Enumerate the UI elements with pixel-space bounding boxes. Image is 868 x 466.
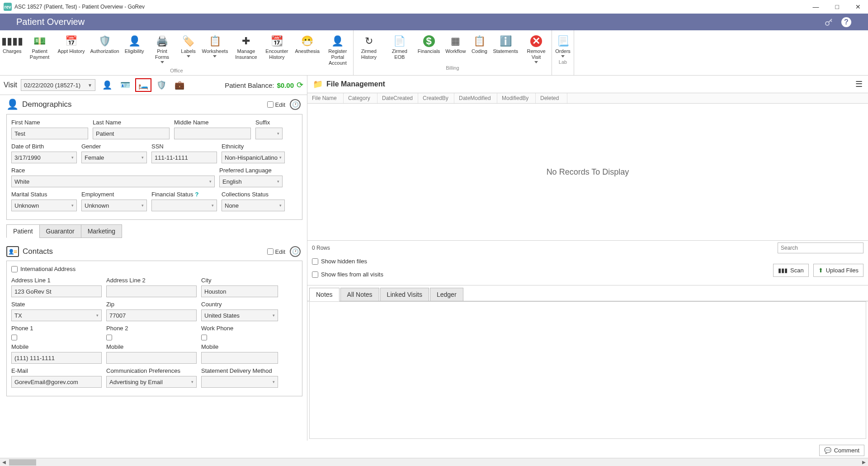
phone1-label: Phone 1 Mobile (11, 325, 102, 350)
ribbon-workflow[interactable]: ▦Workflow (443, 31, 468, 64)
col-date-created[interactable]: DateCreated (377, 93, 418, 103)
col-date-modified[interactable]: DateModified (454, 93, 497, 103)
tags-icon: 🏷️ (182, 35, 195, 48)
dob-label: Date of Birth (11, 143, 77, 150)
phone1-mobile-check[interactable] (11, 332, 17, 343)
ribbon-zirmed-eob[interactable]: 📄Zirmed EOB (384, 31, 415, 64)
first-name-field[interactable]: Test (11, 128, 88, 139)
briefcase-icon[interactable]: 💼 (171, 78, 188, 92)
last-name-field[interactable]: Patient (93, 128, 170, 139)
shield-list-icon[interactable]: 🛡️ (153, 78, 170, 92)
tab-notes[interactable]: Notes (309, 288, 340, 301)
tab-guarantor[interactable]: Guarantor (39, 224, 81, 238)
workphone-mobile-check[interactable] (201, 332, 207, 343)
col-category[interactable]: Category (344, 93, 377, 103)
visit-bar: Visit 02/22/2020 (18527-1) ▼ 👤 🪪 🛏️ 🛡️ 💼… (0, 76, 307, 95)
zip-field[interactable]: 77007 (106, 309, 197, 321)
ethnicity-field[interactable]: Non-Hispanic/Latino▾ (222, 152, 285, 163)
col-deleted[interactable]: Deleted (536, 93, 567, 103)
contacts-edit-toggle[interactable]: Edit (267, 248, 285, 255)
country-field[interactable]: United States▾ (201, 309, 278, 321)
fin-status-label: Financial Status? (151, 191, 217, 198)
marital-field[interactable]: Unknown▾ (11, 200, 77, 211)
collections-label: Collections Status (222, 191, 285, 198)
workphone-field[interactable] (201, 352, 278, 364)
id-card-icon[interactable]: 🪪 (117, 78, 133, 92)
svg-point-0 (826, 22, 829, 25)
upload-files-button[interactable]: ⬆Upload Files (813, 264, 863, 277)
ribbon-coding[interactable]: 📋Coding (468, 31, 490, 64)
key-icon[interactable] (824, 17, 835, 28)
ribbon-zirmed-history[interactable]: ↻Zirmed History (354, 31, 384, 64)
minimize-button[interactable]: — (809, 1, 823, 12)
email-label: E-Mail (11, 367, 102, 374)
collections-field[interactable]: None▾ (222, 200, 285, 211)
ribbon-orders[interactable]: 📃Orders (552, 31, 574, 58)
ribbon-statements[interactable]: ℹ️Statements (490, 31, 521, 64)
ribbon-register-portal[interactable]: 👤Register Portal Account (322, 31, 353, 67)
clipboard-plus-icon: 📋 (473, 35, 486, 48)
hamburger-icon[interactable]: ☰ (855, 79, 863, 89)
col-file-name[interactable]: File Name (307, 93, 344, 103)
bed-icon[interactable]: 🛏️ (135, 78, 151, 92)
col-modified-by[interactable]: ModifiedBy (497, 93, 536, 103)
suffix-field[interactable]: ▾ (255, 128, 283, 139)
international-address-check[interactable]: International Address (11, 266, 297, 272)
calendar-clock-icon: 📅 (65, 35, 78, 48)
refresh-balance-icon[interactable]: ⟳ (297, 80, 303, 90)
addr2-field[interactable] (106, 285, 197, 297)
pref-lang-field[interactable]: English▾ (219, 176, 283, 187)
help-icon[interactable]: ? (195, 191, 199, 198)
person-icon[interactable]: 👤 (99, 78, 115, 92)
scan-button[interactable]: ▮▮▮Scan (773, 264, 809, 277)
tab-ledger[interactable]: Ledger (430, 288, 463, 301)
dob-field[interactable]: 3/17/1990▾ (11, 152, 77, 163)
ribbon-financials[interactable]: $Financials (415, 31, 443, 64)
ribbon-charges[interactable]: ▮▮▮▮Charges (0, 31, 24, 67)
gender-field[interactable]: Female▾ (81, 152, 147, 163)
commpref-field[interactable]: Advertising by Email▾ (106, 376, 197, 388)
email-field[interactable]: GorevEmail@gorev.com (11, 376, 102, 388)
tab-patient[interactable]: Patient (6, 224, 40, 238)
visit-select[interactable]: 02/22/2020 (18527-1) ▼ (21, 79, 95, 91)
ribbon-anesthesia[interactable]: 😷Anesthesia (292, 31, 322, 67)
race-field[interactable]: White▾ (11, 176, 215, 187)
history-icon[interactable]: 🕐 (290, 99, 301, 110)
close-button[interactable]: ✕ (852, 1, 864, 12)
ssn-field[interactable]: 111-11-1111 (151, 152, 217, 163)
ribbon-remove-visit[interactable]: ✕Remove Visit (521, 31, 552, 64)
fin-status-field[interactable]: ▾ (151, 200, 217, 211)
ribbon-print-forms[interactable]: 🖨️Print Forms (147, 31, 178, 67)
ribbon-manage-insurance[interactable]: ✚Manage Insurance (231, 31, 261, 67)
stmt-field[interactable]: ▾ (201, 376, 278, 388)
ribbon-encounter-history[interactable]: 📆Encounter History (261, 31, 292, 67)
ribbon-labels[interactable]: 🏷️Labels (178, 31, 199, 67)
state-field[interactable]: TX▾ (11, 309, 102, 321)
tab-marketing[interactable]: Marketing (81, 224, 122, 238)
history-icon[interactable]: 🕐 (290, 246, 301, 257)
phone1-field[interactable]: (111) 111-1111 (11, 352, 102, 364)
person-plus-icon: 👤 (331, 35, 344, 48)
file-search-input[interactable] (778, 243, 863, 253)
col-created-by[interactable]: CreatedBy (418, 93, 454, 103)
ribbon-authorization[interactable]: 🛡️Authorization (88, 31, 122, 67)
middle-name-field[interactable] (174, 128, 251, 139)
addr1-field[interactable]: 123 GoRev St (11, 285, 102, 297)
demographics-title: Demographics (22, 100, 72, 109)
show-hidden-check[interactable]: Show hidden files (312, 258, 383, 265)
maximize-button[interactable]: □ (832, 1, 843, 12)
tab-all-notes[interactable]: All Notes (340, 288, 379, 301)
ribbon-eligibility[interactable]: 👤Eligibility (122, 31, 147, 67)
phone2-mobile-check[interactable] (106, 332, 112, 343)
demographics-edit-toggle[interactable]: Edit (267, 101, 285, 108)
ribbon-patient-payment[interactable]: 💵Patient Payment (24, 31, 55, 67)
show-all-visits-check[interactable]: Show files from all visits (312, 271, 383, 278)
info-circle-icon: ℹ️ (499, 35, 512, 48)
employment-field[interactable]: Unknown▾ (81, 200, 147, 211)
help-icon[interactable]: ? (841, 17, 852, 28)
phone2-field[interactable] (106, 352, 197, 364)
tab-linked-visits[interactable]: Linked Visits (380, 288, 429, 301)
ribbon-worksheets[interactable]: 📋Worksheets (199, 31, 231, 67)
ribbon-appt-history[interactable]: 📅Appt History (55, 31, 88, 67)
city-field[interactable]: Houston (201, 285, 278, 297)
